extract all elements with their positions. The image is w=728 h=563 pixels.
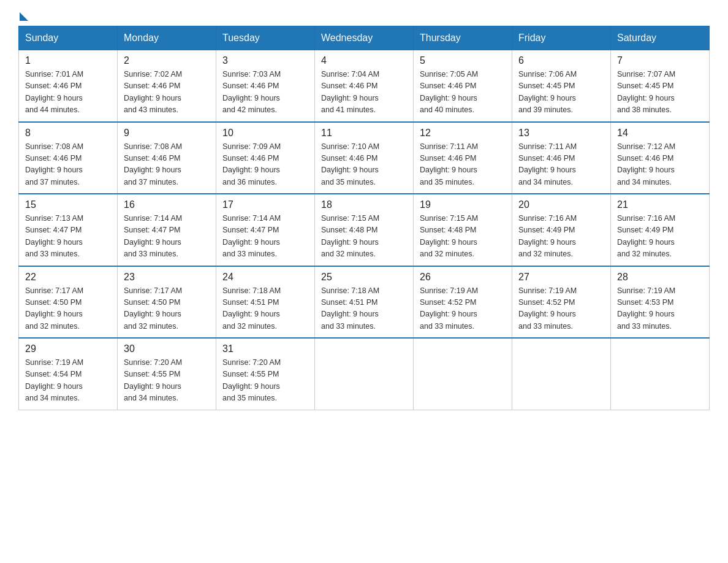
column-header-thursday: Thursday: [414, 26, 512, 50]
column-header-saturday: Saturday: [611, 26, 710, 50]
day-info: Sunrise: 7:19 AMSunset: 4:52 PMDaylight:…: [420, 285, 506, 333]
day-number: 2: [124, 55, 210, 66]
day-number: 27: [518, 272, 604, 283]
calendar-cell: 28Sunrise: 7:19 AMSunset: 4:53 PMDayligh…: [611, 266, 710, 339]
day-info: Sunrise: 7:16 AMSunset: 4:49 PMDaylight:…: [617, 213, 703, 261]
day-number: 3: [222, 55, 308, 66]
day-number: 7: [617, 55, 703, 66]
calendar-cell: 16Sunrise: 7:14 AMSunset: 4:47 PMDayligh…: [118, 194, 216, 266]
column-header-monday: Monday: [118, 26, 216, 50]
calendar-week-row: 1Sunrise: 7:01 AMSunset: 4:46 PMDaylight…: [19, 50, 710, 122]
day-info: Sunrise: 7:12 AMSunset: 4:46 PMDaylight:…: [617, 141, 703, 189]
day-info: Sunrise: 7:19 AMSunset: 4:54 PMDaylight:…: [25, 357, 111, 405]
calendar-cell: 17Sunrise: 7:14 AMSunset: 4:47 PMDayligh…: [216, 194, 315, 266]
calendar-table: SundayMondayTuesdayWednesdayThursdayFrid…: [18, 26, 710, 410]
calendar-week-row: 8Sunrise: 7:08 AMSunset: 4:46 PMDaylight…: [19, 122, 710, 194]
calendar-cell: 2Sunrise: 7:02 AMSunset: 4:46 PMDaylight…: [118, 50, 216, 122]
day-info: Sunrise: 7:19 AMSunset: 4:52 PMDaylight:…: [518, 285, 604, 333]
day-info: Sunrise: 7:05 AMSunset: 4:46 PMDaylight:…: [420, 69, 506, 117]
day-number: 16: [124, 199, 210, 210]
day-info: Sunrise: 7:02 AMSunset: 4:46 PMDaylight:…: [124, 69, 210, 117]
day-info: Sunrise: 7:11 AMSunset: 4:46 PMDaylight:…: [420, 141, 506, 189]
calendar-cell: 19Sunrise: 7:15 AMSunset: 4:48 PMDayligh…: [414, 194, 512, 266]
page-header: [18, 12, 710, 20]
day-number: 18: [321, 199, 407, 210]
day-info: Sunrise: 7:01 AMSunset: 4:46 PMDaylight:…: [25, 69, 111, 117]
day-info: Sunrise: 7:17 AMSunset: 4:50 PMDaylight:…: [124, 285, 210, 333]
day-number: 6: [518, 55, 604, 66]
day-number: 28: [617, 272, 703, 283]
day-info: Sunrise: 7:20 AMSunset: 4:55 PMDaylight:…: [124, 357, 210, 405]
calendar-cell: 1Sunrise: 7:01 AMSunset: 4:46 PMDaylight…: [19, 50, 118, 122]
day-number: 22: [25, 272, 111, 283]
calendar-cell: 31Sunrise: 7:20 AMSunset: 4:55 PMDayligh…: [216, 338, 315, 410]
calendar-cell: 3Sunrise: 7:03 AMSunset: 4:46 PMDaylight…: [216, 50, 315, 122]
day-info: Sunrise: 7:03 AMSunset: 4:46 PMDaylight:…: [222, 69, 308, 117]
day-number: 12: [420, 128, 506, 139]
day-number: 9: [124, 128, 210, 139]
day-info: Sunrise: 7:13 AMSunset: 4:47 PMDaylight:…: [25, 213, 111, 261]
calendar-cell: 30Sunrise: 7:20 AMSunset: 4:55 PMDayligh…: [118, 338, 216, 410]
day-info: Sunrise: 7:19 AMSunset: 4:53 PMDaylight:…: [617, 285, 703, 333]
calendar-cell: 15Sunrise: 7:13 AMSunset: 4:47 PMDayligh…: [19, 194, 118, 266]
calendar-cell: 26Sunrise: 7:19 AMSunset: 4:52 PMDayligh…: [414, 266, 512, 339]
calendar-cell: [315, 338, 414, 410]
calendar-cell: 11Sunrise: 7:10 AMSunset: 4:46 PMDayligh…: [315, 122, 414, 194]
day-number: 23: [124, 272, 210, 283]
day-number: 29: [25, 343, 111, 354]
day-info: Sunrise: 7:15 AMSunset: 4:48 PMDaylight:…: [420, 213, 506, 261]
day-number: 5: [420, 55, 506, 66]
day-info: Sunrise: 7:06 AMSunset: 4:45 PMDaylight:…: [518, 69, 604, 117]
calendar-cell: [611, 338, 710, 410]
day-number: 1: [25, 55, 111, 66]
calendar-cell: [414, 338, 512, 410]
calendar-cell: 21Sunrise: 7:16 AMSunset: 4:49 PMDayligh…: [611, 194, 710, 266]
calendar-cell: 4Sunrise: 7:04 AMSunset: 4:46 PMDaylight…: [315, 50, 414, 122]
day-number: 31: [222, 343, 308, 354]
calendar-cell: 27Sunrise: 7:19 AMSunset: 4:52 PMDayligh…: [512, 266, 611, 339]
day-info: Sunrise: 7:04 AMSunset: 4:46 PMDaylight:…: [321, 69, 407, 117]
day-info: Sunrise: 7:08 AMSunset: 4:46 PMDaylight:…: [25, 141, 111, 189]
day-number: 26: [420, 272, 506, 283]
day-info: Sunrise: 7:17 AMSunset: 4:50 PMDaylight:…: [25, 285, 111, 333]
day-info: Sunrise: 7:07 AMSunset: 4:45 PMDaylight:…: [617, 69, 703, 117]
calendar-header-row: SundayMondayTuesdayWednesdayThursdayFrid…: [19, 26, 710, 50]
calendar-cell: 20Sunrise: 7:16 AMSunset: 4:49 PMDayligh…: [512, 194, 611, 266]
column-header-tuesday: Tuesday: [216, 26, 315, 50]
calendar-cell: 14Sunrise: 7:12 AMSunset: 4:46 PMDayligh…: [611, 122, 710, 194]
calendar-cell: 29Sunrise: 7:19 AMSunset: 4:54 PMDayligh…: [19, 338, 118, 410]
day-number: 11: [321, 128, 407, 139]
day-number: 15: [25, 199, 111, 210]
day-info: Sunrise: 7:20 AMSunset: 4:55 PMDaylight:…: [222, 357, 308, 405]
day-info: Sunrise: 7:15 AMSunset: 4:48 PMDaylight:…: [321, 213, 407, 261]
calendar-cell: 22Sunrise: 7:17 AMSunset: 4:50 PMDayligh…: [19, 266, 118, 339]
day-info: Sunrise: 7:11 AMSunset: 4:46 PMDaylight:…: [518, 141, 604, 189]
calendar-cell: 8Sunrise: 7:08 AMSunset: 4:46 PMDaylight…: [19, 122, 118, 194]
calendar-week-row: 29Sunrise: 7:19 AMSunset: 4:54 PMDayligh…: [19, 338, 710, 410]
calendar-cell: 23Sunrise: 7:17 AMSunset: 4:50 PMDayligh…: [118, 266, 216, 339]
calendar-cell: 24Sunrise: 7:18 AMSunset: 4:51 PMDayligh…: [216, 266, 315, 339]
day-number: 19: [420, 199, 506, 210]
calendar-cell: 25Sunrise: 7:18 AMSunset: 4:51 PMDayligh…: [315, 266, 414, 339]
logo-triangle-icon: [20, 12, 28, 21]
calendar-week-row: 22Sunrise: 7:17 AMSunset: 4:50 PMDayligh…: [19, 266, 710, 339]
day-number: 8: [25, 128, 111, 139]
day-number: 24: [222, 272, 308, 283]
day-number: 13: [518, 128, 604, 139]
calendar-cell: 13Sunrise: 7:11 AMSunset: 4:46 PMDayligh…: [512, 122, 611, 194]
logo: [18, 12, 28, 20]
day-info: Sunrise: 7:09 AMSunset: 4:46 PMDaylight:…: [222, 141, 308, 189]
day-info: Sunrise: 7:14 AMSunset: 4:47 PMDaylight:…: [124, 213, 210, 261]
day-info: Sunrise: 7:08 AMSunset: 4:46 PMDaylight:…: [124, 141, 210, 189]
column-header-sunday: Sunday: [19, 26, 118, 50]
day-info: Sunrise: 7:18 AMSunset: 4:51 PMDaylight:…: [321, 285, 407, 333]
calendar-cell: 18Sunrise: 7:15 AMSunset: 4:48 PMDayligh…: [315, 194, 414, 266]
day-number: 10: [222, 128, 308, 139]
day-number: 20: [518, 199, 604, 210]
day-number: 21: [617, 199, 703, 210]
column-header-friday: Friday: [512, 26, 611, 50]
day-info: Sunrise: 7:10 AMSunset: 4:46 PMDaylight:…: [321, 141, 407, 189]
calendar-week-row: 15Sunrise: 7:13 AMSunset: 4:47 PMDayligh…: [19, 194, 710, 266]
day-info: Sunrise: 7:14 AMSunset: 4:47 PMDaylight:…: [222, 213, 308, 261]
calendar-cell: 6Sunrise: 7:06 AMSunset: 4:45 PMDaylight…: [512, 50, 611, 122]
